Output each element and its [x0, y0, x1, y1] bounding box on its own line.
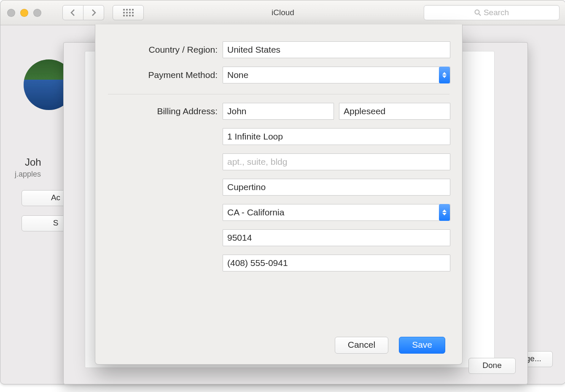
first-name-field[interactable] — [223, 103, 334, 120]
svg-marker-2 — [442, 72, 447, 75]
updown-stepper-icon — [439, 204, 450, 221]
minimize-button[interactable] — [20, 9, 28, 17]
phone-field[interactable] — [223, 255, 450, 271]
postal-field[interactable] — [223, 229, 450, 246]
zoom-button[interactable] — [33, 9, 41, 17]
payment-method-select[interactable]: None — [223, 67, 450, 83]
payment-label: Payment Method: — [95, 70, 223, 80]
street1-field[interactable] — [223, 128, 450, 145]
state-value: CA - California — [227, 207, 284, 217]
street2-field[interactable] — [223, 153, 450, 170]
svg-line-1 — [479, 14, 481, 16]
dialog-buttons: Cancel Save — [335, 337, 445, 354]
payment-sheet: Country / Region: United States Payment … — [95, 24, 463, 365]
search-placeholder: Search — [484, 8, 509, 17]
country-field[interactable]: United States — [223, 41, 450, 58]
search-input[interactable]: Search — [424, 5, 560, 20]
grid-icon — [123, 9, 134, 16]
search-icon — [474, 9, 481, 16]
show-all-button[interactable] — [113, 5, 144, 20]
section-divider — [108, 94, 449, 94]
payment-method-value: None — [227, 70, 248, 80]
nav-segment — [62, 5, 104, 20]
save-button[interactable]: Save — [399, 337, 445, 354]
window-toolbar: iCloud Search — [0, 0, 565, 25]
window-controls — [7, 9, 41, 17]
svg-marker-4 — [442, 209, 447, 212]
last-name-field[interactable] — [339, 103, 450, 120]
forward-button[interactable] — [83, 5, 104, 20]
done-button[interactable]: Done — [468, 358, 516, 374]
billing-label: Billing Address: — [95, 106, 223, 116]
svg-marker-5 — [442, 213, 447, 215]
updown-stepper-icon — [439, 67, 450, 83]
country-label: Country / Region: — [95, 45, 223, 55]
cancel-button[interactable]: Cancel — [335, 337, 388, 354]
chevron-left-icon — [70, 9, 76, 16]
close-button[interactable] — [7, 9, 15, 17]
back-button[interactable] — [62, 5, 83, 20]
state-select[interactable]: CA - California — [223, 204, 450, 221]
user-name: Joh — [25, 156, 41, 168]
city-field[interactable] — [223, 179, 450, 196]
svg-marker-3 — [442, 75, 447, 78]
chevron-right-icon — [91, 9, 97, 16]
user-email: j.apples — [15, 170, 41, 179]
svg-point-0 — [475, 10, 479, 14]
